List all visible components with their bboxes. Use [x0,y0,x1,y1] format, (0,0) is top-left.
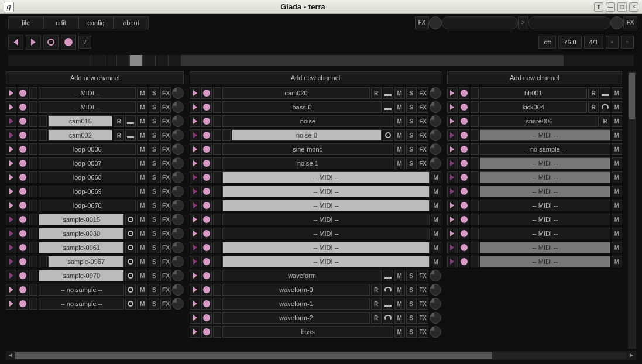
channel-mute[interactable]: M [137,115,147,127]
channel-arm-button[interactable] [459,186,469,197]
horizontal-scrollbar[interactable]: ◄ ► [6,351,636,360]
beat-timeline[interactable] [0,53,642,68]
channel-status-box[interactable] [213,87,221,99]
channel-mute[interactable]: M [394,326,405,338]
channel-arm-button[interactable] [18,256,28,267]
rewind-button[interactable] [8,35,23,50]
channel-arm-button[interactable] [201,242,212,253]
channel-mute[interactable]: M [137,284,147,296]
channel-arm-button[interactable] [18,115,28,127]
channel-arm-button[interactable] [459,157,469,169]
channel-volume-dial[interactable] [172,129,184,141]
channel-read-actions[interactable]: R [371,284,382,296]
channel-mute[interactable]: M [394,143,405,155]
menu-edit[interactable]: edit [43,16,78,29]
channel-status-box[interactable] [471,143,479,155]
channel-arm-button[interactable] [201,200,212,211]
channel-read-actions[interactable]: R [588,101,599,113]
channel-fx[interactable]: FX [160,284,171,296]
channel-solo[interactable]: S [149,129,159,141]
channel-name[interactable]: waveform-2 [222,312,369,324]
channel-solo[interactable]: S [149,101,159,113]
channel-status-box[interactable] [213,157,221,169]
add-channel-2[interactable]: Add new channel [190,71,441,84]
channel-name[interactable]: -- MIDI -- [222,186,429,197]
channel-status-box[interactable] [29,256,37,267]
channel-mute[interactable]: M [431,171,441,183]
channel-name[interactable]: sample-0030 [39,228,124,239]
channel-name[interactable]: -- MIDI -- [222,171,429,183]
channel-status-box[interactable] [29,214,37,225]
channel-solo[interactable]: S [149,157,159,169]
channel-mode-button[interactable] [383,270,393,281]
channel-play-button[interactable] [6,115,16,127]
channel-status-box[interactable] [29,200,37,211]
channel-status-box[interactable] [471,171,479,183]
channel-name[interactable]: -- MIDI -- [480,228,610,239]
channel-mute[interactable]: M [612,157,622,169]
channel-arm-button[interactable] [201,129,212,141]
channel-volume-dial[interactable] [172,200,184,211]
channel-solo[interactable]: S [406,157,417,169]
channel-fx[interactable]: FX [418,298,428,310]
channel-name[interactable]: -- MIDI -- [480,256,610,267]
menu-about[interactable]: about [114,16,149,29]
channel-status-box[interactable] [29,186,37,197]
channel-play-button[interactable] [190,228,200,239]
channel-name[interactable]: noise-0 [232,129,381,141]
channel-mute[interactable]: M [394,87,405,99]
channel-name[interactable]: -- no sample -- [39,284,124,296]
channel-play-button[interactable] [190,312,200,324]
master-in-knob[interactable] [429,16,442,29]
bpm-value[interactable]: 76.0 [558,36,581,49]
channel-play-button[interactable] [6,242,16,253]
timesig-value[interactable]: 4/1 [584,36,603,49]
channel-mute[interactable]: M [394,129,405,141]
channel-volume-dial[interactable] [172,228,184,239]
channel-status-box[interactable] [29,171,37,183]
channel-name[interactable]: -- MIDI -- [480,214,610,225]
channel-play-button[interactable] [447,87,458,99]
channel-fx[interactable]: FX [418,157,428,169]
channel-play-button[interactable] [190,87,200,99]
channel-mode-button[interactable] [600,87,610,99]
channel-play-button[interactable] [190,157,200,169]
channel-mode-button[interactable] [383,87,393,99]
channel-mute[interactable]: M [137,129,147,141]
channel-status-box[interactable] [213,214,221,225]
channel-mute[interactable]: M [394,115,405,127]
channel-play-button[interactable] [190,326,200,338]
channel-volume-dial[interactable] [430,312,441,324]
channel-fx[interactable]: FX [418,87,428,99]
channel-solo[interactable]: S [149,115,159,127]
channel-solo[interactable]: S [406,115,417,127]
channel-mode-button[interactable] [125,270,136,281]
channel-arm-button[interactable] [201,214,212,225]
channel-solo[interactable]: S [149,186,159,197]
channel-fx[interactable]: FX [160,157,171,169]
channel-status-box[interactable] [471,157,479,169]
channel-arm-button[interactable] [18,270,28,281]
channel-solo[interactable]: S [149,200,159,211]
channel-read-actions[interactable]: R [588,87,599,99]
channel-read-actions[interactable]: R [371,87,382,99]
channel-arm-button[interactable] [459,115,469,127]
channel-play-button[interactable] [190,284,200,296]
channel-volume-dial[interactable] [172,298,184,310]
channel-status-box[interactable] [471,228,479,239]
channel-status-box[interactable] [213,242,221,253]
channel-play-button[interactable] [447,129,458,141]
channel-name[interactable]: bass-0 [222,101,381,113]
channel-mute[interactable]: M [612,87,622,99]
add-channel-1[interactable]: Add new channel [6,71,184,84]
channel-volume-dial[interactable] [430,143,441,155]
channel-fx[interactable]: FX [160,101,171,113]
channel-name[interactable]: kick004 [480,101,587,113]
channel-status-box[interactable] [471,101,479,113]
master-out-fx[interactable]: FX [623,16,637,29]
close-button[interactable]: × [629,2,638,12]
channel-mute[interactable]: M [612,101,622,113]
channel-arm-button[interactable] [459,214,469,225]
channel-read-actions[interactable]: R [371,312,382,324]
channel-volume-dial[interactable] [172,214,184,225]
